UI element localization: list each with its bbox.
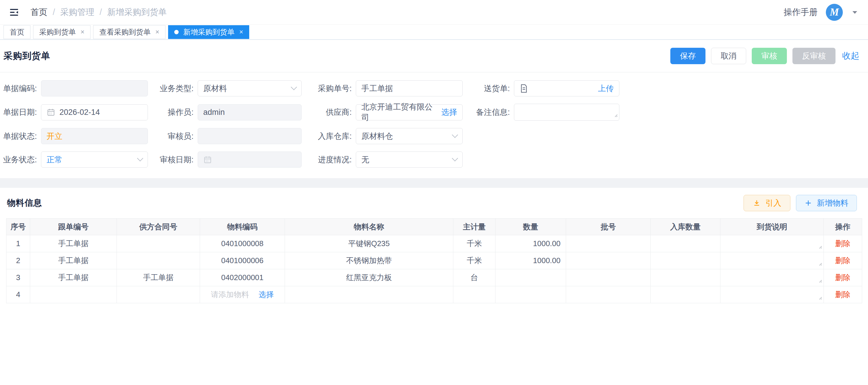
close-icon[interactable]: ×: [239, 29, 243, 35]
delete-button[interactable]: 删除: [835, 256, 850, 265]
cell-note-textarea[interactable]: [720, 286, 824, 303]
breadcrumb-separator: /: [53, 7, 55, 17]
cell-batch[interactable]: [566, 286, 651, 303]
chevron-down-icon: [291, 84, 297, 90]
close-icon[interactable]: ×: [81, 29, 84, 35]
delete-cell: 删除: [824, 235, 862, 252]
supplier-select-link[interactable]: 选择: [441, 107, 457, 118]
resize-handle-icon[interactable]: [818, 242, 822, 251]
chevron-down-icon: [452, 132, 458, 138]
tab-label: 新增采购到货单: [183, 27, 235, 37]
progress-select[interactable]: 无: [356, 151, 463, 168]
resize-handle-icon[interactable]: [613, 110, 618, 119]
save-button[interactable]: 保存: [670, 48, 706, 64]
cell-in-qty[interactable]: [651, 286, 720, 303]
cell-contract-no[interactable]: 手工单据: [117, 269, 200, 286]
tab-home[interactable]: 首页: [3, 25, 30, 39]
tab-view-purchase-arrival[interactable]: 查看采购到货单 ×: [93, 25, 165, 39]
cell-order-no[interactable]: 手工单据: [30, 235, 117, 252]
cell-contract-no[interactable]: [117, 235, 200, 252]
tab-purchase-arrival[interactable]: 采购到货单 ×: [33, 25, 91, 39]
cell-qty[interactable]: [496, 269, 566, 286]
avatar[interactable]: M: [826, 4, 843, 21]
cancel-button[interactable]: 取消: [711, 48, 746, 64]
resize-handle-icon[interactable]: [818, 276, 822, 285]
materials-buttons: 引入 新增物料: [744, 195, 857, 211]
cell-code[interactable]: 0401000006: [200, 252, 285, 269]
plus-icon: [804, 199, 812, 207]
cell-code-picker[interactable]: 请添加物料 选择: [200, 286, 285, 303]
breadcrumb-home[interactable]: 首页: [30, 6, 48, 18]
remark-textarea[interactable]: [514, 104, 619, 121]
tab-new-purchase-arrival[interactable]: 新增采购到货单 ×: [168, 25, 249, 39]
manual-link[interactable]: 操作手册: [784, 6, 818, 18]
import-button[interactable]: 引入: [744, 195, 790, 211]
add-material-button[interactable]: 新增物料: [796, 195, 857, 211]
cell-qty[interactable]: [496, 286, 566, 303]
audit-button[interactable]: 审核: [752, 48, 787, 64]
cell-order-no[interactable]: [30, 286, 117, 303]
warehouse-select[interactable]: 原材料仓: [356, 128, 463, 144]
col-qty: 数量: [496, 218, 566, 235]
material-select-link[interactable]: 选择: [258, 290, 274, 299]
unaudit-button[interactable]: 反审核: [793, 48, 836, 64]
cell-order-no[interactable]: 手工单据: [30, 252, 117, 269]
cell-qty[interactable]: 1000.00: [496, 252, 566, 269]
table-row: 2 手工单据 0401000006 不锈钢加热带 千米 1000.00 删除: [6, 252, 862, 269]
cell-order-no[interactable]: 手工单据: [30, 269, 117, 286]
cell-code[interactable]: 0402000001: [200, 269, 285, 286]
cell-note-textarea[interactable]: [720, 235, 824, 252]
supplier-field[interactable]: 北京开迪工贸有限公司 选择: [356, 104, 463, 120]
delete-button[interactable]: 删除: [835, 273, 850, 282]
cell-name: 平键钢Q235: [285, 235, 453, 252]
cell-in-qty[interactable]: [651, 235, 720, 252]
biz-type-select[interactable]: 原材料: [198, 80, 302, 96]
active-dot-icon: [174, 30, 179, 34]
biz-status-select[interactable]: 正常: [41, 151, 148, 168]
col-batch: 批号: [566, 218, 651, 235]
chevron-down-icon: [452, 155, 458, 161]
table-row: 4 请添加物料 选择 删除: [6, 286, 862, 303]
col-in-qty: 入库数量: [651, 218, 720, 235]
cell-batch[interactable]: [566, 269, 651, 286]
cell-code[interactable]: 0401000008: [200, 235, 285, 252]
po-no-value: 手工单据: [361, 83, 393, 94]
doc-status-value: 开立: [46, 131, 62, 142]
resize-handle-icon[interactable]: [818, 259, 822, 268]
delete-button[interactable]: 删除: [835, 290, 850, 299]
cell-batch[interactable]: [566, 235, 651, 252]
cell-note-textarea[interactable]: [720, 252, 824, 269]
top-bar: 首页 / 采购管理 / 新增采购到货单 操作手册 M: [0, 0, 868, 25]
cell-note-textarea[interactable]: [720, 269, 824, 286]
menu-fold-icon[interactable]: [8, 7, 20, 18]
tab-label: 采购到货单: [39, 27, 76, 37]
caret-down-icon[interactable]: [851, 10, 858, 14]
upload-link[interactable]: 上传: [598, 83, 614, 94]
warehouse-value: 原材料仓: [361, 131, 393, 142]
cell-seq: 1: [6, 235, 30, 252]
cell-contract-no[interactable]: [117, 252, 200, 269]
close-icon[interactable]: ×: [155, 29, 159, 35]
delete-button[interactable]: 删除: [835, 239, 850, 248]
calendar-icon: [203, 155, 212, 164]
biz-status-label: 业务状态:: [3, 154, 41, 165]
audit-date-label: 审核日期:: [148, 154, 198, 165]
resize-handle-icon[interactable]: [818, 293, 822, 302]
cell-in-qty[interactable]: [651, 252, 720, 269]
delivery-note-field[interactable]: 上传: [514, 80, 619, 96]
doc-date-value: 2026-02-14: [59, 108, 100, 117]
doc-date-picker[interactable]: 2026-02-14: [41, 104, 148, 120]
collapse-link[interactable]: 收起: [842, 50, 859, 62]
cell-contract-no[interactable]: [117, 286, 200, 303]
progress-label: 进度情况:: [302, 154, 356, 165]
topbar-right: 操作手册 M: [784, 4, 858, 21]
operator-value: admin: [203, 108, 225, 117]
cell-in-qty[interactable]: [651, 269, 720, 286]
doc-code-field: [41, 80, 148, 96]
cell-qty[interactable]: 1000.00: [496, 235, 566, 252]
cell-unit: 千米: [453, 235, 496, 252]
arrival-form: 单据编码: 业务类型: 原材料 采购单号: 手工单据 送货单: 上传 单据日期:…: [0, 72, 868, 178]
po-no-input[interactable]: 手工单据: [356, 80, 463, 96]
po-no-label: 采购单号:: [302, 83, 356, 94]
cell-batch[interactable]: [566, 252, 651, 269]
